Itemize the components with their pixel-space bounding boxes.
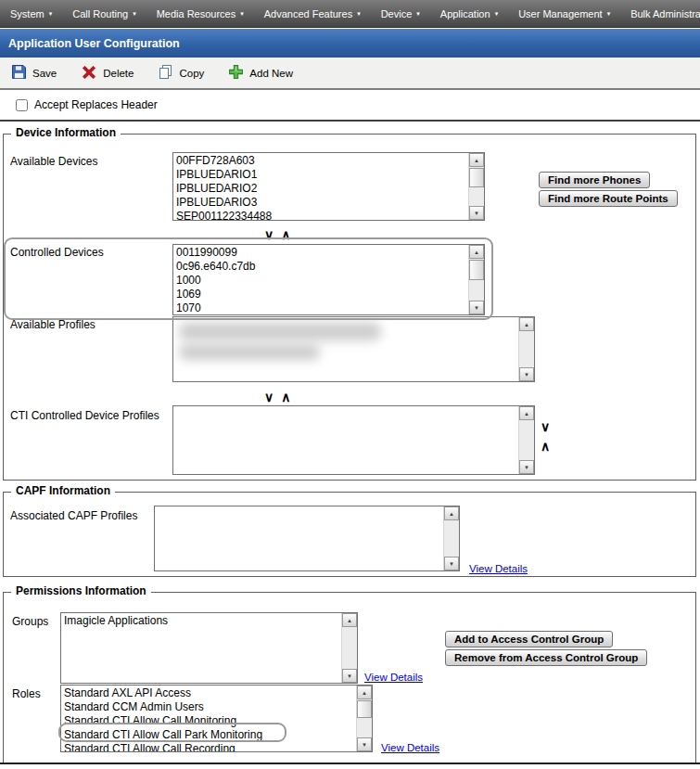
list-item-highlighted-role[interactable]: Standard CTI Allow Call Park Monitoring (64, 728, 356, 742)
remove-from-access-control-group-button[interactable]: Remove from Access Control Group (445, 649, 647, 666)
menu-item-call-routing[interactable]: Call Routing ▾ (62, 0, 146, 27)
scroll-up-button[interactable]: ▲ (469, 245, 484, 259)
list-item[interactable]: Standard CCM Admin Users (64, 700, 356, 714)
scroll-down-button[interactable]: ▼ (444, 557, 459, 570)
scrollbar[interactable]: ▲ ▼ (356, 686, 372, 751)
chevron-down-icon: ▾ (357, 10, 361, 17)
groups-listbox[interactable]: Imagicle Applications ▲ ▼ (60, 612, 358, 684)
cti-controlled-device-profiles-label: CTI Controlled Device Profiles (10, 409, 159, 422)
list-item[interactable]: 0c96.e640.c7db (176, 260, 468, 274)
scroll-down-button[interactable]: ▼ (519, 460, 534, 474)
menu-item-application[interactable]: Application ▾ (430, 0, 508, 27)
scroll-up-button[interactable]: ▲ (444, 506, 459, 520)
groups-view-details-link[interactable]: View Details (364, 672, 423, 683)
list-item[interactable]: Standard CTI Allow Call Recording (64, 742, 356, 751)
list-item[interactable]: 0011990099 (176, 246, 468, 260)
scrollbar[interactable]: ▲ ▼ (443, 506, 459, 570)
capf-information-legend: CAPF Information (11, 484, 115, 497)
roles-label: Roles (12, 687, 41, 700)
toolbar: Save Delete Copy Add New (0, 58, 700, 90)
list-item[interactable]: Standard CTI Allow Call Monitoring (64, 714, 356, 728)
copy-label: Copy (179, 68, 204, 79)
scrollbar[interactable]: ▲ ▼ (518, 317, 534, 381)
list-item[interactable]: IPBLUEDARIO3 (176, 196, 468, 210)
delete-button[interactable]: Delete (81, 64, 134, 83)
list-item[interactable]: 1000 (176, 274, 468, 288)
scroll-thumb[interactable] (469, 260, 484, 280)
available-profiles-label: Available Profiles (10, 318, 95, 331)
application-user-configuration-page: System ▾ Call Routing ▾ Media Resources … (0, 0, 700, 769)
listbox-items: 00FFD728A603 IPBLUEDARIO1 IPBLUEDARIO2 I… (173, 153, 468, 220)
menu-item-media-resources[interactable]: Media Resources ▾ (146, 0, 254, 27)
list-item[interactable]: IPBLUEDARIO1 (176, 168, 468, 182)
accept-replaces-header-label: Accept Replaces Header (34, 98, 158, 111)
capf-view-details-link[interactable]: View Details (469, 563, 528, 574)
scrollbar[interactable]: ▲ ▼ (341, 613, 357, 683)
add-new-button[interactable]: Add New (228, 64, 293, 82)
menu-item-label: Device (381, 8, 413, 19)
controlled-devices-listbox[interactable]: 0011990099 0c96.e640.c7db 1000 1069 1070… (172, 244, 485, 315)
move-down-arrow[interactable]: ∨ (264, 228, 274, 241)
listbox-items (173, 406, 518, 474)
chevron-down-icon: ▾ (240, 10, 244, 17)
scroll-up-button[interactable]: ▲ (357, 686, 372, 699)
move-up-arrow[interactable]: ∧ (281, 228, 290, 241)
accept-replaces-header-checkbox[interactable] (16, 99, 28, 111)
scroll-down-button[interactable]: ▼ (342, 669, 357, 683)
list-item[interactable]: SEP001122334488 (176, 210, 468, 220)
listbox-items: Imagicle Applications (61, 613, 341, 683)
menu-item-user-management[interactable]: User Management ▾ (508, 0, 620, 27)
move-down-arrow[interactable]: ∨ (264, 391, 274, 404)
list-item[interactable]: 1070 (176, 301, 468, 314)
scroll-down-button[interactable]: ▼ (469, 206, 484, 220)
menu-item-device[interactable]: Device ▾ (371, 0, 430, 27)
scroll-down-button[interactable]: ▼ (469, 301, 484, 314)
scroll-down-button[interactable]: ▼ (519, 367, 534, 381)
copy-icon (158, 64, 173, 82)
list-item[interactable]: Standard AXL API Access (64, 686, 356, 700)
available-devices-listbox[interactable]: 00FFD728A603 IPBLUEDARIO1 IPBLUEDARIO2 I… (172, 152, 485, 221)
list-item[interactable]: 1069 (176, 288, 468, 301)
listbox-items (155, 506, 443, 570)
roles-view-details-link[interactable]: View Details (381, 742, 439, 753)
scroll-up-button[interactable]: ▲ (342, 613, 357, 627)
scroll-down-button[interactable]: ▼ (357, 737, 372, 751)
scrollbar[interactable]: ▲ ▼ (468, 245, 484, 314)
accept-replaces-header-row: Accept Replaces Header (16, 98, 158, 111)
available-profiles-listbox[interactable]: ▲ ▼ (172, 316, 535, 382)
available-devices-label: Available Devices (10, 155, 98, 168)
list-item[interactable]: IPBLUEDARIO2 (176, 182, 468, 196)
scroll-up-button[interactable]: ▲ (469, 153, 484, 167)
menu-item-label: Advanced Features (264, 8, 352, 19)
down-arrow-icon: ▼ (347, 673, 352, 679)
scrollbar[interactable]: ▲ ▼ (518, 406, 534, 474)
scroll-thumb[interactable] (469, 168, 484, 187)
add-to-access-control-group-button[interactable]: Add to Access Control Group (445, 631, 613, 647)
cti-controlled-device-profiles-listbox[interactable]: ▲ ▼ (172, 405, 535, 475)
device-information-section: Device Information Available Devices 00F… (3, 134, 696, 481)
find-more-route-points-button[interactable]: Find more Route Points (539, 190, 678, 207)
menu-item-bulk-administration[interactable]: Bulk Administration ▾ (620, 0, 700, 27)
main-menu-bar: System ▾ Call Routing ▾ Media Resources … (0, 0, 700, 28)
up-arrow-icon: ▲ (449, 511, 454, 517)
list-item[interactable]: 00FFD728A603 (176, 154, 468, 168)
menu-item-system[interactable]: System ▾ (0, 0, 62, 27)
copy-button[interactable]: Copy (158, 64, 204, 82)
scroll-up-button[interactable]: ▲ (519, 406, 534, 420)
scrollbar[interactable]: ▲ ▼ (468, 153, 484, 220)
menu-item-label: Media Resources (157, 8, 236, 19)
associated-capf-profiles-listbox[interactable]: ▲ ▼ (154, 506, 460, 571)
bottom-divider (0, 763, 700, 764)
permissions-information-legend: Permissions Information (11, 584, 151, 597)
move-down-arrow[interactable]: ∨ (541, 420, 550, 433)
list-item[interactable]: Imagicle Applications (64, 614, 341, 628)
move-up-arrow[interactable]: ∧ (541, 440, 550, 453)
scroll-thumb[interactable] (357, 700, 372, 718)
find-more-phones-button[interactable]: Find more Phones (539, 172, 650, 188)
scroll-up-button[interactable]: ▲ (519, 317, 534, 331)
listbox-items: 0011990099 0c96.e640.c7db 1000 1069 1070 (173, 245, 468, 314)
save-button[interactable]: Save (11, 64, 57, 82)
menu-item-advanced-features[interactable]: Advanced Features ▾ (254, 0, 371, 27)
move-up-arrow[interactable]: ∧ (281, 391, 290, 404)
roles-listbox[interactable]: Standard AXL API Access Standard CCM Adm… (60, 685, 373, 752)
